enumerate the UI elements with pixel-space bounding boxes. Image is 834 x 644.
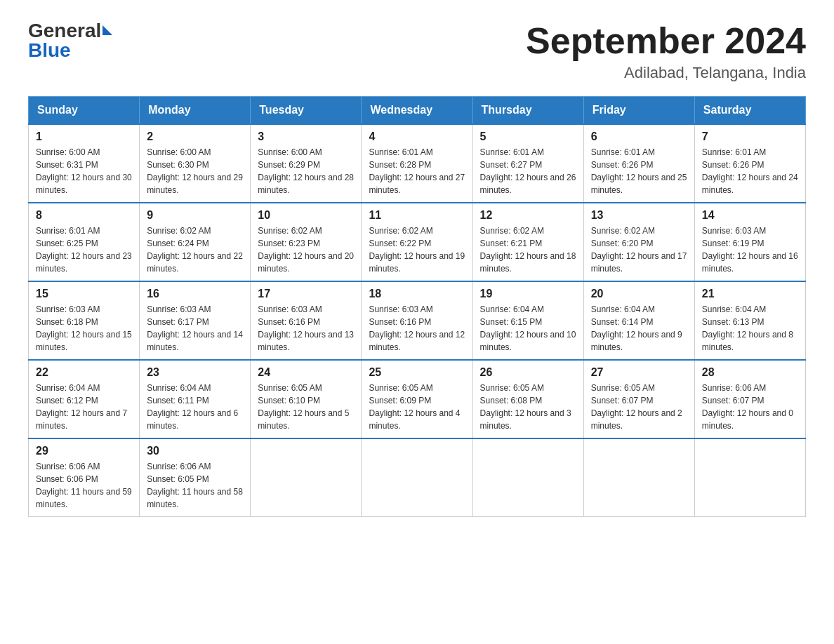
day-cell: 2Sunrise: 6:00 AMSunset: 6:30 PMDaylight…: [140, 124, 251, 203]
day-number: 18: [369, 288, 465, 300]
day-info: Sunrise: 6:03 AMSunset: 6:17 PMDaylight:…: [147, 303, 243, 354]
day-cell: 18Sunrise: 6:03 AMSunset: 6:16 PMDayligh…: [362, 281, 472, 360]
day-info: Sunrise: 6:04 AMSunset: 6:13 PMDaylight:…: [702, 303, 798, 354]
day-cell: [251, 438, 362, 517]
day-info: Sunrise: 6:02 AMSunset: 6:21 PMDaylight:…: [480, 224, 576, 275]
week-row-3: 15Sunrise: 6:03 AMSunset: 6:18 PMDayligh…: [29, 281, 806, 360]
day-number: 29: [36, 445, 132, 457]
day-cell: 9Sunrise: 6:02 AMSunset: 6:24 PMDaylight…: [140, 203, 251, 281]
day-cell: 16Sunrise: 6:03 AMSunset: 6:17 PMDayligh…: [140, 281, 251, 360]
calendar-table: SundayMondayTuesdayWednesdayThursdayFrid…: [28, 96, 806, 517]
day-cell: 13Sunrise: 6:02 AMSunset: 6:20 PMDayligh…: [583, 203, 694, 281]
column-header-monday: Monday: [140, 97, 251, 125]
day-info: Sunrise: 6:05 AMSunset: 6:08 PMDaylight:…: [480, 382, 576, 432]
week-row-2: 8Sunrise: 6:01 AMSunset: 6:25 PMDaylight…: [29, 203, 806, 281]
day-number: 14: [702, 209, 798, 222]
day-info: Sunrise: 6:00 AMSunset: 6:31 PMDaylight:…: [36, 146, 132, 196]
day-number: 30: [147, 445, 243, 457]
day-number: 13: [591, 209, 687, 222]
day-number: 7: [702, 130, 798, 143]
day-number: 6: [591, 130, 687, 143]
day-info: Sunrise: 6:03 AMSunset: 6:16 PMDaylight:…: [258, 303, 354, 354]
day-info: Sunrise: 6:06 AMSunset: 6:06 PMDaylight:…: [36, 460, 132, 511]
calendar-title: September 2024: [526, 21, 806, 61]
day-info: Sunrise: 6:04 AMSunset: 6:11 PMDaylight:…: [147, 382, 243, 432]
day-number: 20: [591, 288, 687, 300]
day-info: Sunrise: 6:03 AMSunset: 6:19 PMDaylight:…: [702, 224, 798, 275]
day-number: 26: [480, 366, 576, 379]
day-number: 4: [369, 130, 465, 143]
day-info: Sunrise: 6:06 AMSunset: 6:05 PMDaylight:…: [147, 460, 243, 511]
day-info: Sunrise: 6:02 AMSunset: 6:20 PMDaylight:…: [591, 224, 687, 275]
column-header-sunday: Sunday: [29, 97, 140, 125]
day-info: Sunrise: 6:04 AMSunset: 6:14 PMDaylight:…: [591, 303, 687, 354]
day-number: 28: [702, 366, 798, 379]
day-number: 9: [147, 209, 243, 222]
day-number: 16: [147, 288, 243, 300]
week-row-1: 1Sunrise: 6:00 AMSunset: 6:31 PMDaylight…: [29, 124, 806, 203]
day-cell: 21Sunrise: 6:04 AMSunset: 6:13 PMDayligh…: [694, 281, 805, 360]
day-number: 24: [258, 366, 354, 379]
logo-text-blue: Blue: [28, 41, 71, 60]
day-cell: 24Sunrise: 6:05 AMSunset: 6:10 PMDayligh…: [251, 360, 362, 438]
day-number: 17: [258, 288, 354, 300]
day-number: 22: [36, 366, 132, 379]
day-number: 25: [369, 366, 465, 379]
day-cell: 23Sunrise: 6:04 AMSunset: 6:11 PMDayligh…: [140, 360, 251, 438]
day-number: 12: [480, 209, 576, 222]
day-cell: 4Sunrise: 6:01 AMSunset: 6:28 PMDaylight…: [362, 124, 472, 203]
day-cell: 15Sunrise: 6:03 AMSunset: 6:18 PMDayligh…: [29, 281, 140, 360]
column-header-tuesday: Tuesday: [251, 97, 362, 125]
day-number: 3: [258, 130, 354, 143]
column-header-friday: Friday: [583, 97, 694, 125]
day-cell: [694, 438, 805, 517]
day-cell: 14Sunrise: 6:03 AMSunset: 6:19 PMDayligh…: [694, 203, 805, 281]
day-number: 2: [147, 130, 243, 143]
day-info: Sunrise: 6:03 AMSunset: 6:16 PMDaylight:…: [369, 303, 465, 354]
day-info: Sunrise: 6:01 AMSunset: 6:27 PMDaylight:…: [480, 146, 576, 196]
calendar-header: SundayMondayTuesdayWednesdayThursdayFrid…: [29, 97, 806, 125]
day-number: 27: [591, 366, 687, 379]
day-cell: 29Sunrise: 6:06 AMSunset: 6:06 PMDayligh…: [29, 438, 140, 517]
calendar-subtitle: Adilabad, Telangana, India: [526, 64, 806, 82]
page-header: General Blue September 2024 Adilabad, Te…: [28, 21, 806, 82]
day-cell: 30Sunrise: 6:06 AMSunset: 6:05 PMDayligh…: [140, 438, 251, 517]
day-number: 19: [480, 288, 576, 300]
day-info: Sunrise: 6:01 AMSunset: 6:26 PMDaylight:…: [591, 146, 687, 196]
week-row-4: 22Sunrise: 6:04 AMSunset: 6:12 PMDayligh…: [29, 360, 806, 438]
day-info: Sunrise: 6:02 AMSunset: 6:22 PMDaylight:…: [369, 224, 465, 275]
calendar-body: 1Sunrise: 6:00 AMSunset: 6:31 PMDaylight…: [29, 124, 806, 517]
day-cell: 22Sunrise: 6:04 AMSunset: 6:12 PMDayligh…: [29, 360, 140, 438]
day-cell: 27Sunrise: 6:05 AMSunset: 6:07 PMDayligh…: [583, 360, 694, 438]
day-cell: [583, 438, 694, 517]
day-cell: 6Sunrise: 6:01 AMSunset: 6:26 PMDaylight…: [583, 124, 694, 203]
day-number: 5: [480, 130, 576, 143]
day-info: Sunrise: 6:01 AMSunset: 6:25 PMDaylight:…: [36, 224, 132, 275]
day-cell: 28Sunrise: 6:06 AMSunset: 6:07 PMDayligh…: [694, 360, 805, 438]
day-number: 21: [702, 288, 798, 300]
title-area: September 2024 Adilabad, Telangana, Indi…: [526, 21, 806, 82]
day-cell: 3Sunrise: 6:00 AMSunset: 6:29 PMDaylight…: [251, 124, 362, 203]
day-number: 10: [258, 209, 354, 222]
day-cell: 1Sunrise: 6:00 AMSunset: 6:31 PMDaylight…: [29, 124, 140, 203]
day-info: Sunrise: 6:05 AMSunset: 6:09 PMDaylight:…: [369, 382, 465, 432]
day-cell: 5Sunrise: 6:01 AMSunset: 6:27 PMDaylight…: [472, 124, 583, 203]
day-cell: 25Sunrise: 6:05 AMSunset: 6:09 PMDayligh…: [362, 360, 472, 438]
day-info: Sunrise: 6:05 AMSunset: 6:10 PMDaylight:…: [258, 382, 354, 432]
day-cell: 11Sunrise: 6:02 AMSunset: 6:22 PMDayligh…: [362, 203, 472, 281]
day-info: Sunrise: 6:06 AMSunset: 6:07 PMDaylight:…: [702, 382, 798, 432]
day-cell: 8Sunrise: 6:01 AMSunset: 6:25 PMDaylight…: [29, 203, 140, 281]
day-cell: 7Sunrise: 6:01 AMSunset: 6:26 PMDaylight…: [694, 124, 805, 203]
column-header-saturday: Saturday: [694, 97, 805, 125]
day-cell: 19Sunrise: 6:04 AMSunset: 6:15 PMDayligh…: [472, 281, 583, 360]
day-info: Sunrise: 6:01 AMSunset: 6:26 PMDaylight:…: [702, 146, 798, 196]
day-cell: 20Sunrise: 6:04 AMSunset: 6:14 PMDayligh…: [583, 281, 694, 360]
day-cell: [472, 438, 583, 517]
day-number: 11: [369, 209, 465, 222]
day-cell: 12Sunrise: 6:02 AMSunset: 6:21 PMDayligh…: [472, 203, 583, 281]
day-cell: 17Sunrise: 6:03 AMSunset: 6:16 PMDayligh…: [251, 281, 362, 360]
header-row: SundayMondayTuesdayWednesdayThursdayFrid…: [29, 97, 806, 125]
column-header-thursday: Thursday: [472, 97, 583, 125]
logo: General Blue: [28, 21, 112, 60]
logo-arrow-icon: [102, 25, 112, 35]
